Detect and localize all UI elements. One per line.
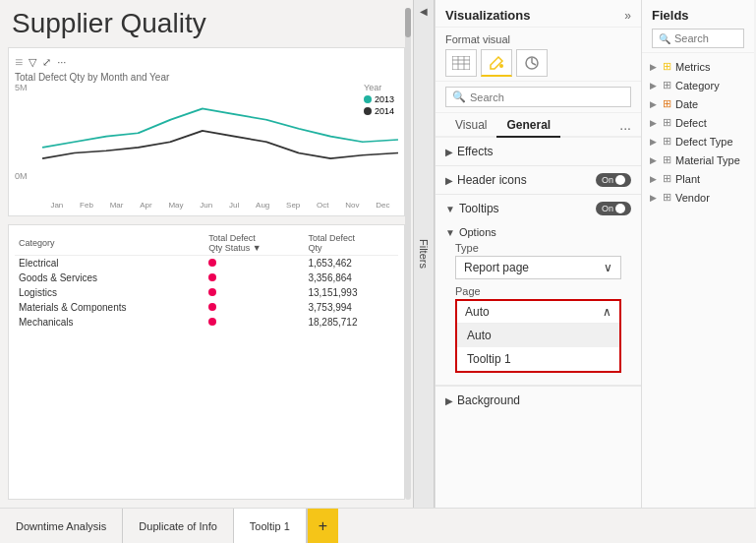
fields-title: Fields xyxy=(652,8,744,23)
tooltips-toggle[interactable]: On xyxy=(596,202,631,215)
table-row: Materials & Components 3,753,994 xyxy=(15,300,398,315)
field-defect: Defect xyxy=(675,117,707,129)
field-category: Category xyxy=(675,80,720,91)
bottom-tabs: Downtime Analysis Duplicate of Info Tool… xyxy=(0,508,756,543)
viz-header: Visualizations » xyxy=(436,0,641,28)
field-expand-icon: ▶ xyxy=(650,118,657,128)
table-widget: Category Total DefectQty Status ▼ Total … xyxy=(8,224,405,500)
expand-icon[interactable]: ⤢ xyxy=(42,56,51,69)
page-chevron-up-icon: ∧ xyxy=(603,305,611,319)
viz-format-section: Format visual xyxy=(436,28,641,82)
field-expand-icon: ▶ xyxy=(650,174,657,184)
page-dropdown-container: Auto ∧ Auto Tooltip 1 xyxy=(455,299,621,373)
fields-panel: Fields 🔍 ▶ ⊞ Metrics ▶ ⊞ Category ▶ ⊞ Da… xyxy=(641,0,754,508)
tooltips-section: ▼ Tooltips On ▼ Options xyxy=(436,195,641,386)
table-row: Electrical 1,653,462 xyxy=(15,256,398,272)
tab-duplicate-of-info[interactable]: Duplicate of Info xyxy=(123,509,234,543)
analytics-icon-btn[interactable] xyxy=(516,49,548,77)
search-icon: 🔍 xyxy=(452,90,466,103)
report-title: Supplier Quality xyxy=(8,8,405,39)
field-table-icon: ⊞ xyxy=(663,60,671,73)
line-chart-area: 5M 0M Year 2013 2014 xyxy=(15,83,398,201)
header-icons-section: ▶ Header icons On xyxy=(436,166,641,195)
svg-rect-0 xyxy=(452,56,470,70)
background-header[interactable]: ▶ Background xyxy=(436,387,641,414)
add-icon: + xyxy=(319,517,327,535)
tab-more[interactable]: ... xyxy=(619,113,631,136)
tooltips-chevron-icon: ▼ xyxy=(445,204,455,214)
field-item-plant[interactable]: ▶ ⊞ Plant xyxy=(642,169,754,188)
options-label: Options xyxy=(459,226,496,238)
field-item-date[interactable]: ▶ ⊞ Date xyxy=(642,94,754,113)
x-labels: JanFebMarAprMayJun JulAugSepOctNovDec xyxy=(42,201,398,210)
paint-icon-btn[interactable] xyxy=(481,49,512,77)
toggle-circle xyxy=(615,175,625,185)
field-item-vendor[interactable]: ▶ ⊞ Vendor xyxy=(642,188,754,207)
fields-header: Fields 🔍 xyxy=(642,0,754,53)
field-item-material-type[interactable]: ▶ ⊞ Material Type xyxy=(642,151,754,169)
add-tab-button[interactable]: + xyxy=(307,509,338,543)
line-chart-svg xyxy=(42,87,398,175)
scrollbar[interactable] xyxy=(405,8,411,500)
col-qty: Total DefectQty xyxy=(304,231,398,256)
field-table-icon: ⊞ xyxy=(663,135,671,148)
field-item-defect-type[interactable]: ▶ ⊞ Defect Type xyxy=(642,132,754,151)
field-table-icon: ⊞ xyxy=(663,79,671,91)
type-dropdown[interactable]: Report page ∨ xyxy=(455,256,621,279)
table-icon-btn[interactable] xyxy=(445,49,477,77)
field-item-metrics[interactable]: ▶ ⊞ Metrics xyxy=(642,57,754,76)
viz-content: ▶ Effects ▶ Header icons On xyxy=(436,138,641,508)
tab-general[interactable]: General xyxy=(496,113,560,138)
visualizations-panel: Visualizations » Format visual 🔍 xyxy=(435,0,641,508)
filters-panel[interactable]: ◀ Filters xyxy=(413,0,435,508)
field-expand-icon: ▶ xyxy=(650,81,657,90)
col-status: Total DefectQty Status ▼ xyxy=(204,231,304,256)
field-table-icon: ⊞ xyxy=(663,97,671,110)
fields-list: ▶ ⊞ Metrics ▶ ⊞ Category ▶ ⊞ Date ▶ ⊞ De… xyxy=(642,53,754,508)
field-item-defect[interactable]: ▶ ⊞ Defect xyxy=(642,113,754,132)
field-expand-icon: ▶ xyxy=(650,155,657,165)
effects-chevron-icon: ▶ xyxy=(445,147,453,157)
header-icons-toggle[interactable]: On xyxy=(596,173,631,187)
tab-downtime-analysis[interactable]: Downtime Analysis xyxy=(0,509,123,543)
scrollbar-thumb xyxy=(405,8,411,37)
filters-arrow-icon: ◀ xyxy=(419,6,430,17)
svg-point-5 xyxy=(499,64,503,68)
type-value: Report page xyxy=(464,261,529,274)
page-option-auto[interactable]: Auto xyxy=(457,324,619,347)
options-section: ▼ Options Type Report page ∨ Page xyxy=(436,222,641,385)
viz-tabs: Visual General ... xyxy=(436,113,641,138)
tab-visual[interactable]: Visual xyxy=(445,113,496,136)
toggle-circle-2 xyxy=(615,204,625,213)
type-dropdown-chevron-icon: ∨ xyxy=(604,261,612,274)
table-row: Goods & Services 3,356,864 xyxy=(15,271,398,285)
page-dropdown-options: Auto Tooltip 1 xyxy=(457,324,619,371)
chart-y-labels: 5M 0M xyxy=(15,83,38,181)
type-row: Type Report page ∨ xyxy=(445,242,631,285)
page-dropdown-area: Page Auto ∧ Auto Tooltip 1 xyxy=(445,285,631,379)
viz-search-box[interactable]: 🔍 xyxy=(445,87,631,107)
field-expand-icon: ▶ xyxy=(650,137,657,147)
col-category: Category xyxy=(15,231,204,256)
field-material-type: Material Type xyxy=(675,154,740,166)
field-item-category[interactable]: ▶ ⊞ Category xyxy=(642,76,754,94)
tooltips-header[interactable]: ▼ Tooltips On xyxy=(436,195,641,222)
viz-search-input[interactable] xyxy=(470,91,624,103)
fields-search-input[interactable] xyxy=(674,32,737,44)
page-option-tooltip1[interactable]: Tooltip 1 xyxy=(457,347,619,371)
defect-table: Category Total DefectQty Status ▼ Total … xyxy=(15,231,398,330)
drag-handle-icon: ≡ xyxy=(15,54,23,70)
more-icon[interactable]: ··· xyxy=(57,56,66,68)
chart-legend: Year 2013 2014 xyxy=(364,83,394,118)
page-dropdown-selected[interactable]: Auto ∧ xyxy=(457,301,619,324)
table-row: Mechanicals 18,285,712 xyxy=(15,315,398,330)
field-expand-icon: ▶ xyxy=(650,62,657,72)
filter-icon[interactable]: ▽ xyxy=(29,56,36,69)
report-canvas: Supplier Quality ≡ ▽ ⤢ ··· Total Defect … xyxy=(0,0,413,508)
fields-search-box[interactable]: 🔍 xyxy=(652,29,744,48)
field-table-icon: ⊞ xyxy=(663,116,671,129)
header-icons-header[interactable]: ▶ Header icons On xyxy=(436,166,641,194)
viz-expand-icon[interactable]: » xyxy=(624,9,631,23)
effects-header[interactable]: ▶ Effects xyxy=(436,138,641,165)
tab-tooltip-1[interactable]: Tooltip 1 xyxy=(234,509,307,543)
